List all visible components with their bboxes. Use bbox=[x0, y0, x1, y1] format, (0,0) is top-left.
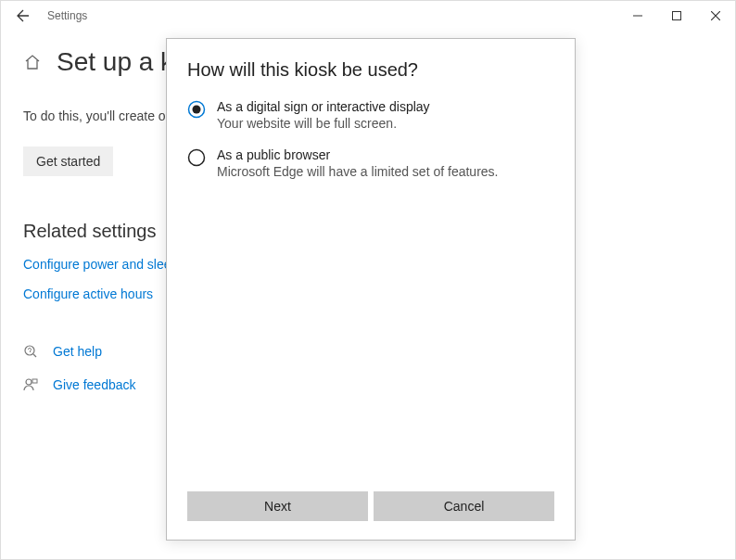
help-icon bbox=[23, 344, 40, 359]
minimize-icon bbox=[633, 11, 642, 20]
radio-unselected-icon bbox=[187, 148, 206, 167]
svg-point-2 bbox=[26, 379, 32, 385]
option-digital-sign[interactable]: As a digital sign or interactive display… bbox=[187, 99, 554, 131]
window-controls bbox=[618, 1, 735, 31]
titlebar-title: Settings bbox=[47, 9, 87, 22]
close-icon bbox=[711, 11, 720, 20]
minimize-button[interactable] bbox=[618, 1, 657, 31]
feedback-icon bbox=[23, 377, 40, 392]
get-help-link[interactable]: Get help bbox=[53, 344, 102, 359]
get-started-button[interactable]: Get started bbox=[23, 146, 113, 176]
option-label: As a digital sign or interactive display bbox=[217, 99, 430, 114]
cancel-button[interactable]: Cancel bbox=[374, 491, 554, 521]
svg-point-6 bbox=[189, 150, 205, 166]
dialog-title: How will this kiosk be used? bbox=[187, 59, 554, 81]
maximize-icon bbox=[672, 11, 681, 20]
radio-selected-icon bbox=[187, 100, 206, 119]
titlebar: Settings bbox=[1, 1, 735, 31]
close-button[interactable] bbox=[696, 1, 735, 31]
give-feedback-link[interactable]: Give feedback bbox=[53, 377, 136, 392]
svg-point-5 bbox=[193, 106, 201, 114]
back-button[interactable] bbox=[8, 1, 38, 31]
maximize-button[interactable] bbox=[657, 1, 696, 31]
next-button[interactable]: Next bbox=[187, 491, 368, 521]
svg-point-1 bbox=[25, 346, 34, 355]
home-icon bbox=[23, 53, 42, 71]
option-public-browser[interactable]: As a public browser Microsoft Edge will … bbox=[187, 147, 554, 179]
svg-rect-0 bbox=[673, 12, 681, 20]
option-subtext: Microsoft Edge will have a limited set o… bbox=[217, 164, 498, 179]
arrow-left-icon bbox=[16, 8, 31, 23]
option-subtext: Your website will be full screen. bbox=[217, 116, 430, 131]
option-label: As a public browser bbox=[217, 147, 498, 162]
svg-rect-3 bbox=[32, 379, 37, 383]
kiosk-usage-dialog: How will this kiosk be used? As a digita… bbox=[166, 38, 576, 541]
